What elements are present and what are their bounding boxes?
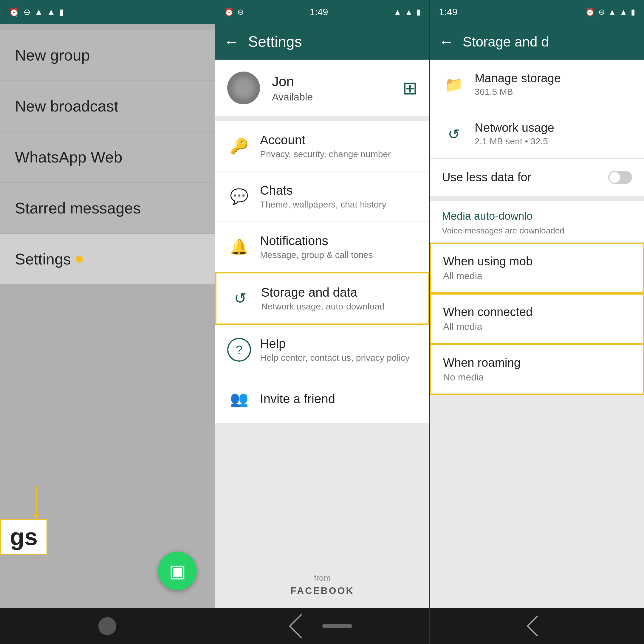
home-button[interactable] xyxy=(98,617,116,635)
settings-item-storage-text: Storage and data Network usage, auto-dow… xyxy=(261,285,416,312)
account-title: Account xyxy=(260,133,417,147)
settings-item-chats-text: Chats Theme, wallpapers, chat history xyxy=(260,183,417,210)
media-item-roaming[interactable]: When roaming No media xyxy=(430,344,644,395)
manage-storage-title: Manage storage xyxy=(475,72,632,85)
statusbar-panel3: 1:49 ⏰ ⊖ ▲ ▲ ▮ xyxy=(430,0,644,24)
profile-section[interactable]: Jon Available ⊞ xyxy=(215,60,429,116)
menu-item-whatsapp-web[interactable]: WhatsApp Web xyxy=(0,132,215,183)
facebook-brand: FACEBOOK xyxy=(227,585,417,596)
invite-title: Invite a friend xyxy=(260,392,417,406)
p3-time: 1:49 xyxy=(439,7,457,18)
p3-nav-back-button[interactable] xyxy=(527,616,548,637)
avatar xyxy=(227,72,260,104)
manage-storage-item[interactable]: 📁 Manage storage 361.5 MB xyxy=(430,60,644,109)
media-item-mobile[interactable]: When using mob All media xyxy=(430,243,644,293)
p2-time: 1:49 xyxy=(309,7,328,18)
manage-storage-sub: 361.5 MB xyxy=(475,87,632,97)
help-title: Help xyxy=(260,337,417,351)
help-icon: ? xyxy=(227,338,251,362)
panel-settings: ⏰ ⊖ 1:49 ▲ ▲ ▮ ← Settings Jon Available … xyxy=(215,0,429,644)
help-sub: Help center, contact us, privacy policy xyxy=(260,353,417,363)
media-item-connected[interactable]: When connected All media xyxy=(430,293,644,344)
settings-item-storage[interactable]: ↺ Storage and data Network usage, auto-d… xyxy=(215,272,429,325)
settings-list: 🔑 Account Privacy, security, change numb… xyxy=(215,121,429,423)
avatar-image xyxy=(227,72,260,104)
settings-item-chats[interactable]: 💬 Chats Theme, wallpapers, chat history xyxy=(215,171,429,222)
profile-name: Jon xyxy=(272,73,391,89)
when-connected-sub: All media xyxy=(443,321,631,332)
settings-item-account-text: Account Privacy, security, change number xyxy=(260,133,417,159)
navbar-panel3 xyxy=(430,608,644,644)
p3-right-icons: ⏰ ⊖ ▲ ▲ ▮ xyxy=(585,7,635,17)
p3-clock-icon: ⏰ xyxy=(585,7,595,17)
settings-item-invite[interactable]: 👥 Invite a friend xyxy=(215,375,429,423)
nav-home-button[interactable] xyxy=(322,624,352,628)
profile-info: Jon Available xyxy=(272,73,391,103)
p2-battery-icon: ▮ xyxy=(416,7,420,17)
battery-icon: ▮ xyxy=(59,7,64,17)
chats-title: Chats xyxy=(260,183,417,198)
signal-icon: ▲ xyxy=(47,7,55,17)
network-usage-text: Network usage 2.1 MB sent • 32.5 xyxy=(475,121,632,146)
storage-sub: Network usage, auto-download xyxy=(261,301,416,312)
wifi-icon: ▲ xyxy=(35,7,43,17)
p3-battery-icon: ▮ xyxy=(631,7,635,17)
clock-icon: ⏰ xyxy=(9,7,19,17)
storage-title: Storage and data xyxy=(261,285,416,300)
toolbar-settings: ← Settings xyxy=(215,24,429,60)
p3-dnd-icon: ⊖ xyxy=(598,7,605,17)
media-auto-title: Media auto-downlo xyxy=(442,210,632,222)
settings-item-account[interactable]: 🔑 Account Privacy, security, change numb… xyxy=(215,121,429,171)
media-auto-section: Media auto-downlo Voice messages are dow… xyxy=(430,201,644,395)
when-roaming-sub: No media xyxy=(443,372,631,383)
menu-item-settings[interactable]: Settings xyxy=(0,234,215,285)
settings-item-invite-text: Invite a friend xyxy=(260,392,417,406)
p2-clock-icon: ⏰ xyxy=(224,7,234,17)
storage-icon: ↺ xyxy=(228,287,252,310)
chats-icon: 💬 xyxy=(227,185,251,208)
toolbar-storage: ← Storage and d xyxy=(430,24,644,60)
nav-back-button[interactable] xyxy=(289,614,314,639)
chats-sub: Theme, wallpapers, chat history xyxy=(260,199,417,210)
fab-button[interactable]: ▣ xyxy=(158,552,197,590)
menu-item-new-broadcast[interactable]: New broadcast xyxy=(0,81,215,132)
network-icon: ↺ xyxy=(442,122,466,146)
network-usage-title: Network usage xyxy=(475,121,632,134)
statusbar-panel2: ⏰ ⊖ 1:49 ▲ ▲ ▮ xyxy=(215,0,429,24)
manage-storage-text: Manage storage 361.5 MB xyxy=(475,72,632,97)
settings-item-help-text: Help Help center, contact us, privacy po… xyxy=(260,337,417,363)
menu-item-starred[interactable]: Starred messages xyxy=(0,183,215,234)
media-auto-header: Media auto-downlo Voice messages are dow… xyxy=(430,201,644,243)
p2-dnd-icon: ⊖ xyxy=(237,7,244,17)
network-usage-item[interactable]: ↺ Network usage 2.1 MB sent • 32.5 xyxy=(430,109,644,159)
footer: from FACEBOOK xyxy=(215,561,429,608)
annotation-text: gs xyxy=(0,519,47,555)
menu-list: New group New broadcast WhatsApp Web Sta… xyxy=(0,30,215,285)
back-button-storage[interactable]: ← xyxy=(439,33,454,50)
use-less-data-toggle[interactable] xyxy=(608,171,632,184)
settings-label: Settings xyxy=(15,250,200,268)
settings-item-notifications[interactable]: 🔔 Notifications Message, group & call to… xyxy=(215,222,429,272)
account-sub: Privacy, security, change number xyxy=(260,149,417,159)
navbar-panel2 xyxy=(215,608,429,644)
use-less-data-item[interactable]: Use less data for xyxy=(430,159,644,196)
storage-main-list: 📁 Manage storage 361.5 MB ↺ Network usag… xyxy=(430,60,644,196)
back-button-settings[interactable]: ← xyxy=(224,33,239,50)
when-connected-title: When connected xyxy=(443,305,631,319)
fab-icon: ▣ xyxy=(169,561,186,581)
p3-signal-icon: ▲ xyxy=(620,7,627,17)
when-roaming-title: When roaming xyxy=(443,356,631,369)
settings-item-help[interactable]: ? Help Help center, contact us, privacy … xyxy=(215,325,429,375)
p2-signal-icon: ▲ xyxy=(405,7,413,17)
qr-code-button[interactable]: ⊞ xyxy=(403,78,417,98)
folder-icon: 📁 xyxy=(442,73,466,97)
account-icon: 🔑 xyxy=(227,134,251,158)
menu-item-new-group[interactable]: New group xyxy=(0,30,215,81)
from-label: from xyxy=(227,573,417,583)
invite-icon: 👥 xyxy=(227,387,251,411)
toolbar-title-storage: Storage and d xyxy=(463,34,549,50)
settings-item-notifications-text: Notifications Message, group & call tone… xyxy=(260,234,417,260)
profile-status: Available xyxy=(272,91,391,103)
notifications-sub: Message, group & call tones xyxy=(260,250,417,260)
use-less-data-label: Use less data for xyxy=(442,171,608,184)
